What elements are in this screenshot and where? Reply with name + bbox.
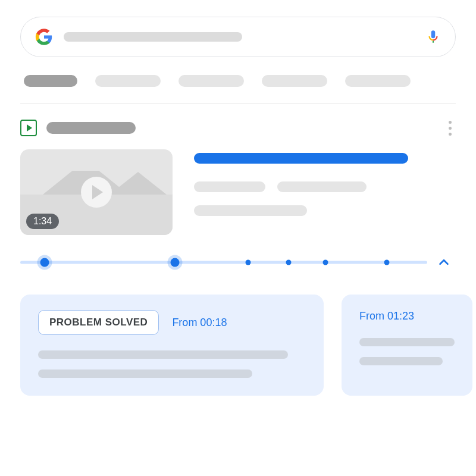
video-metadata (194, 149, 456, 235)
video-meta-placeholder (194, 181, 265, 192)
key-moment-card[interactable]: From 01:23 (342, 295, 472, 396)
search-tab[interactable] (24, 75, 77, 87)
moment-text-placeholder (359, 338, 455, 346)
search-tab[interactable] (95, 75, 161, 87)
play-icon (81, 177, 112, 208)
key-moments-timeline[interactable] (20, 255, 427, 270)
video-duration: 1:34 (26, 214, 59, 229)
search-bar[interactable] (20, 17, 456, 57)
timeline-marker[interactable] (384, 260, 389, 265)
search-query-placeholder (64, 32, 242, 42)
video-title-placeholder[interactable] (194, 153, 408, 164)
search-tab[interactable] (262, 75, 327, 87)
video-result: 1:34 (20, 120, 456, 396)
video-meta-placeholder (277, 181, 367, 192)
moment-text-placeholder (359, 357, 443, 365)
search-tab[interactable] (345, 75, 411, 87)
moment-chip: PROBLEM SOLVED (38, 310, 159, 335)
more-options-button[interactable] (444, 121, 456, 136)
video-thumbnail[interactable]: 1:34 (20, 149, 173, 235)
moment-text-placeholder (38, 350, 288, 359)
svg-marker-2 (109, 172, 167, 195)
search-tab[interactable] (178, 75, 244, 87)
google-logo-icon (35, 28, 53, 46)
microphone-icon[interactable] (425, 29, 441, 45)
video-badge-icon (20, 120, 37, 136)
video-source-placeholder (46, 122, 136, 134)
divider (20, 104, 456, 104)
timeline-track (20, 261, 427, 264)
moment-timestamp: From 01:23 (359, 310, 414, 322)
video-meta-placeholder (194, 205, 307, 216)
timeline-marker[interactable] (286, 260, 292, 265)
key-moments-cards: PROBLEM SOLVED From 00:18 From 01:23 (20, 295, 456, 396)
collapse-moments-button[interactable] (432, 250, 456, 274)
key-moment-card[interactable]: PROBLEM SOLVED From 00:18 (20, 295, 324, 396)
timeline-marker[interactable] (323, 260, 328, 265)
moment-timestamp: From 00:18 (172, 317, 227, 329)
search-tabs (20, 75, 456, 87)
timeline-marker[interactable] (40, 258, 49, 267)
timeline-marker[interactable] (170, 258, 179, 267)
chevron-up-icon (437, 256, 450, 269)
moment-text-placeholder (38, 369, 252, 378)
timeline-marker[interactable] (246, 260, 251, 265)
